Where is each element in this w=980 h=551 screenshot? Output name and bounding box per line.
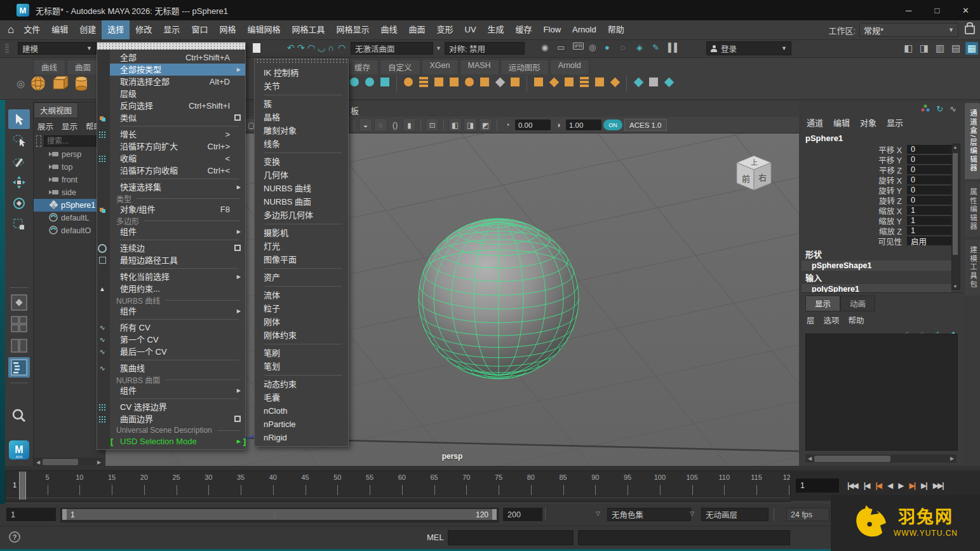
occlusion-icon[interactable]: ◒: [359, 118, 372, 132]
outliner-item-defaultL[interactable]: defaultL: [34, 212, 105, 224]
select-menu-item-反向选择[interactable]: 反向选择Ctrl+Shift+I: [110, 100, 245, 112]
by-type-submenu-item-笔刷[interactable]: 笔刷: [255, 346, 348, 360]
shelf-tool-icon[interactable]: [547, 76, 560, 88]
range-slider[interactable]: 1 120: [60, 508, 499, 522]
layer-menu-选项[interactable]: 选项: [824, 314, 840, 326]
play-backwards-button[interactable]: ◀: [887, 481, 892, 490]
time-slider[interactable]: 5101520253035404550556065707580859095100…: [5, 470, 791, 502]
select-menu-item-收缩[interactable]: 收缩<: [110, 153, 245, 165]
shelf-tool-icon[interactable]: [593, 76, 606, 88]
layout-four-pane[interactable]: [8, 314, 30, 334]
shelf-tab-缓存[interactable]: 缓存: [346, 59, 379, 74]
shape-name[interactable]: pSphereShape1: [802, 261, 951, 271]
step-forward-frame-button[interactable]: ▶|: [921, 481, 927, 490]
animation-end-field[interactable]: 200: [503, 508, 542, 521]
scroll-up-icon[interactable]: ▲: [952, 145, 958, 149]
command-result[interactable]: [578, 530, 790, 545]
outliner-menu-显示[interactable]: 显示: [62, 120, 77, 132]
layout-two-pane[interactable]: [8, 336, 30, 356]
attr-value[interactable]: 0: [907, 196, 954, 205]
panels-menu[interactable]: 板: [351, 104, 359, 116]
exposure-field[interactable]: 0.00: [515, 119, 551, 130]
by-type-submenu-item-几何体[interactable]: 几何体: [255, 168, 348, 182]
snap-point-icon[interactable]: ∩: [328, 43, 334, 53]
select-menu-item-第一个 CV[interactable]: ∿第一个 CV: [110, 334, 245, 346]
select-menu-item-沿循环方向收缩[interactable]: 沿循环方向收缩Ctrl+<: [110, 165, 245, 177]
exposure-icon[interactable]: ◔: [502, 120, 513, 130]
menu-修改[interactable]: 修改: [130, 20, 158, 39]
play-forwards-button[interactable]: ▶: [898, 481, 903, 490]
by-type-submenu-item-NURBS 曲线[interactable]: NURBS 曲线: [255, 182, 348, 195]
range-start-handle[interactable]: [62, 509, 67, 520]
scroll-down-icon[interactable]: ▼: [952, 284, 958, 289]
anim-curve-icon[interactable]: ∿: [950, 104, 957, 114]
animation-start-field[interactable]: 1: [6, 508, 56, 521]
range-bar[interactable]: 1 120: [62, 509, 497, 520]
menu-变形[interactable]: 变形: [431, 20, 459, 39]
command-input[interactable]: [448, 530, 574, 545]
sidebar-tab-属性编辑器[interactable]: 属性编辑器: [965, 182, 980, 238]
select-menu-item-连续边[interactable]: 连续边: [110, 242, 245, 254]
snap-grid-icon[interactable]: ◠: [307, 43, 315, 53]
color-management-toggle[interactable]: ON: [603, 119, 622, 130]
view-transform-dropdown[interactable]: ACES 1.0: [624, 119, 667, 131]
stacked-pane-toggle-icon[interactable]: ▦: [965, 42, 978, 55]
single-pane-toggle-icon[interactable]: ◧: [902, 42, 915, 55]
shelf-tool-icon[interactable]: [363, 76, 376, 88]
select-menu-item-曲面边界[interactable]: 曲面边界: [110, 413, 245, 425]
by-type-submenu-item-图像平面[interactable]: 图像平面: [255, 253, 348, 266]
redo-icon[interactable]: ↷: [297, 43, 305, 53]
menu-编辑[interactable]: 编辑: [46, 20, 74, 39]
render-region-icon[interactable]: ◌: [621, 43, 626, 52]
new-scene-icon[interactable]: [253, 43, 260, 53]
attr-value[interactable]: 1: [907, 226, 954, 235]
outliner-item-side[interactable]: side: [34, 186, 105, 199]
isolate-select-icon[interactable]: ⊡: [426, 118, 439, 132]
select-menu-item-使用约束...[interactable]: ▲使用约束...: [110, 283, 245, 295]
menu-网格显示[interactable]: 网格显示: [330, 20, 375, 39]
select-menu-item-类似[interactable]: 类似: [110, 112, 245, 124]
menu-Flow[interactable]: Flow: [538, 20, 567, 39]
select-menu-item-最后一个 CV[interactable]: ∿最后一个 CV: [110, 346, 245, 358]
attr-value[interactable]: 1: [907, 216, 954, 225]
by-type-submenu-item-资产[interactable]: 资产: [255, 271, 348, 284]
sidebar-tab-建模工具包[interactable]: 建模工具包: [965, 240, 980, 296]
outliner-menu-展示[interactable]: 展示: [37, 120, 53, 132]
by-type-submenu-item-簇[interactable]: 簇: [255, 97, 348, 111]
multisample-icon[interactable]: (): [389, 120, 401, 130]
select-menu-item-转化当前选择[interactable]: 转化当前选择▶: [110, 271, 245, 283]
menu-选择[interactable]: 选择: [102, 20, 130, 39]
shelf-tool-icon[interactable]: [478, 76, 491, 88]
shelf-tool-icon[interactable]: [509, 76, 521, 88]
by-type-submenu-item-nRigid[interactable]: nRigid: [255, 431, 348, 444]
scale-tool[interactable]: [8, 214, 30, 234]
scroll-left-icon[interactable]: ◀: [34, 459, 43, 465]
by-type-submenu-item-雕刻对象[interactable]: 雕刻对象: [255, 124, 348, 137]
scroll-thumb[interactable]: [43, 459, 78, 465]
texture-editor-icon[interactable]: ◈: [636, 43, 643, 52]
channel-menu-编辑[interactable]: 编辑: [833, 116, 850, 128]
shelf-tool-icon[interactable]: [578, 76, 591, 88]
layer-hscrollbar[interactable]: ◀ ▶: [805, 454, 957, 463]
poly-cylinder-icon[interactable]: [72, 74, 90, 94]
menu-UV[interactable]: UV: [459, 20, 482, 39]
attr-value[interactable]: 0: [907, 155, 954, 164]
attr-value[interactable]: 1: [907, 206, 954, 215]
xray-active-icon[interactable]: ◩: [479, 118, 492, 132]
select-menu-item-CV 选择边界[interactable]: CV 选择边界: [110, 401, 245, 413]
menu-编辑网格[interactable]: 编辑网格: [241, 20, 286, 39]
shelf-tool-icon[interactable]: [608, 76, 621, 88]
close-button[interactable]: ✕: [951, 0, 980, 20]
gamma-field[interactable]: 1.00: [566, 119, 601, 130]
shelf-tool-icon[interactable]: [647, 76, 660, 88]
by-type-submenu-item-nCloth[interactable]: nCloth: [255, 404, 348, 418]
lock-workspace-icon[interactable]: [965, 25, 975, 34]
select-menu-item-组件[interactable]: 组件▶: [110, 384, 245, 397]
side-pane-toggle-icon[interactable]: ◨: [918, 42, 930, 55]
scroll-left-icon[interactable]: ◀: [805, 456, 814, 461]
attr-value[interactable]: 0: [907, 175, 954, 184]
go-to-end-button[interactable]: ▶▶|: [933, 481, 943, 490]
range-grip[interactable]: [273, 511, 277, 518]
layout-single-pane[interactable]: [8, 292, 30, 313]
select-tool[interactable]: [8, 109, 30, 129]
